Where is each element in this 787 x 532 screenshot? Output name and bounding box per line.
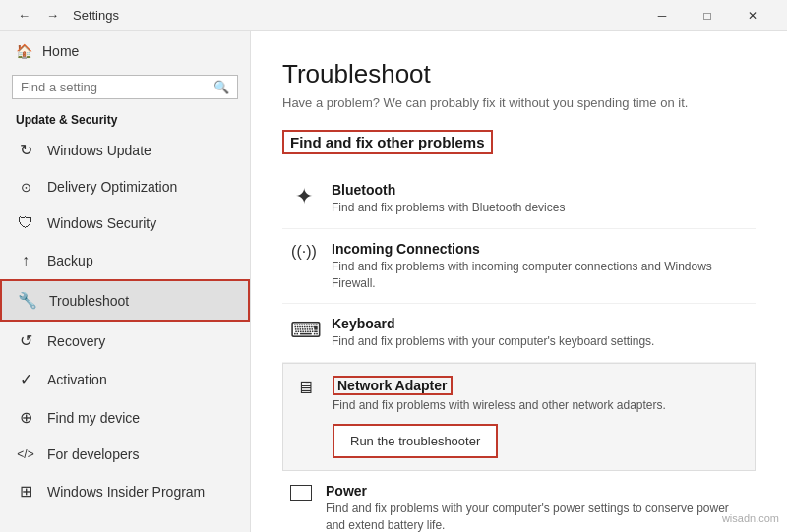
sidebar-item-label: Windows Update [47,143,151,158]
backup-icon: ↑ [16,252,35,269]
sidebar-item-recovery[interactable]: ↺ Recovery [0,322,250,360]
incoming-icon: ((·)) [290,243,318,261]
close-button[interactable]: ✕ [730,0,775,31]
search-input[interactable] [21,80,213,94]
activation-icon: ✓ [16,370,35,388]
for-developers-icon: </> [16,447,35,461]
troubleshoot-item-bluetooth: ✦ Bluetooth Find and fix problems with B… [282,170,756,229]
sidebar-item-label: For developers [47,446,139,462]
bluetooth-icon: ✦ [290,184,318,209]
find-my-device-icon: ⊕ [16,408,35,427]
item-desc-network: Find and fix problems with wireless and … [333,397,747,414]
sidebar-item-activation[interactable]: ✓ Activation [0,360,250,398]
sidebar-item-find-my-device[interactable]: ⊕ Find my device [0,398,250,437]
sidebar: 🏠 Home 🔍 Update & Security ↻ Windows Upd… [0,31,251,532]
sidebar-item-label: Delivery Optimization [47,179,177,195]
troubleshoot-item-network: 🖥 Network Adapter Find and fix problems … [282,363,756,471]
sidebar-item-label: Activation [47,372,107,387]
item-desc-incoming: Find and fix problems with incoming comp… [332,259,748,292]
titlebar-left: ← → Settings [12,4,119,27]
titlebar-title: Settings [73,8,119,23]
titlebar-nav: ← → [12,4,65,27]
page-title: Troubleshoot [282,59,756,89]
item-text-power: Power Find and fix problems with your co… [326,483,748,532]
minimize-button[interactable]: ─ [639,0,685,31]
item-text-bluetooth: Bluetooth Find and fix problems with Blu… [332,182,748,216]
sidebar-item-backup[interactable]: ↑ Backup [0,242,250,279]
sidebar-item-windows-security[interactable]: 🛡 Windows Security [0,205,250,242]
main-layout: 🏠 Home 🔍 Update & Security ↻ Windows Upd… [0,31,787,532]
windows-security-icon: 🛡 [16,214,35,232]
sidebar-search-box[interactable]: 🔍 [12,75,238,99]
item-title-bluetooth: Bluetooth [332,182,748,198]
keyboard-icon: ⌨ [290,318,318,343]
titlebar-controls: ─ □ ✕ [639,0,775,31]
item-title-network: Network Adapter [333,376,453,395]
item-text-network: Network Adapter Find and fix problems wi… [333,376,747,458]
sidebar-home-item[interactable]: 🏠 Home [0,31,250,71]
search-icon: 🔍 [213,80,229,94]
item-title-incoming: Incoming Connections [332,241,748,257]
item-text-keyboard: Keyboard Find and fix problems with your… [332,316,748,350]
sidebar-item-label: Find my device [47,410,140,426]
section-heading: Find and fix other problems [282,130,493,154]
sidebar-item-label: Windows Insider Program [47,484,205,500]
page-subtitle: Have a problem? We can probably fix it w… [282,95,756,110]
network-adapter-icon: 🖥 [291,378,319,398]
sidebar-item-windows-update[interactable]: ↻ Windows Update [0,131,250,169]
troubleshoot-icon: 🔧 [18,291,37,310]
content-area: Troubleshoot Have a problem? We can prob… [251,31,787,532]
sidebar-item-delivery-optimization[interactable]: ⊙ Delivery Optimization [0,169,250,205]
sidebar-section-title: Update & Security [0,107,250,131]
sidebar-item-troubleshoot[interactable]: 🔧 Troubleshoot [0,279,250,322]
maximize-button[interactable]: □ [685,0,730,31]
run-troubleshooter-button[interactable]: Run the troubleshooter [333,424,498,458]
recovery-icon: ↺ [16,331,35,350]
power-icon [290,485,312,501]
watermark: wisadn.com [722,512,779,524]
troubleshoot-item-keyboard: ⌨ Keyboard Find and fix problems with yo… [282,304,756,363]
item-title-power: Power [326,483,748,499]
troubleshoot-item-power: Power Find and fix problems with your co… [282,471,756,532]
item-text-incoming: Incoming Connections Find and fix proble… [332,241,748,292]
home-label: Home [42,43,79,59]
delivery-optimization-icon: ⊙ [16,180,35,195]
sidebar-item-windows-insider[interactable]: ⊞ Windows Insider Program [0,472,250,510]
sidebar-item-label: Windows Security [47,215,156,231]
back-button[interactable]: ← [12,4,36,27]
windows-update-icon: ↻ [16,141,35,159]
sidebar-item-label: Recovery [47,333,105,349]
item-title-keyboard: Keyboard [332,316,748,331]
item-desc-keyboard: Find and fix problems with your computer… [332,333,748,350]
sidebar-item-label: Troubleshoot [49,293,129,309]
home-icon: 🏠 [16,43,32,59]
troubleshoot-item-incoming: ((·)) Incoming Connections Find and fix … [282,229,756,305]
sidebar-item-for-developers[interactable]: </> For developers [0,437,250,472]
forward-button[interactable]: → [40,4,65,27]
item-desc-bluetooth: Find and fix problems with Bluetooth dev… [332,200,748,216]
windows-insider-icon: ⊞ [16,482,35,501]
titlebar: ← → Settings ─ □ ✕ [0,0,787,31]
sidebar-item-label: Backup [47,253,93,268]
item-desc-power: Find and fix problems with your computer… [326,501,748,532]
